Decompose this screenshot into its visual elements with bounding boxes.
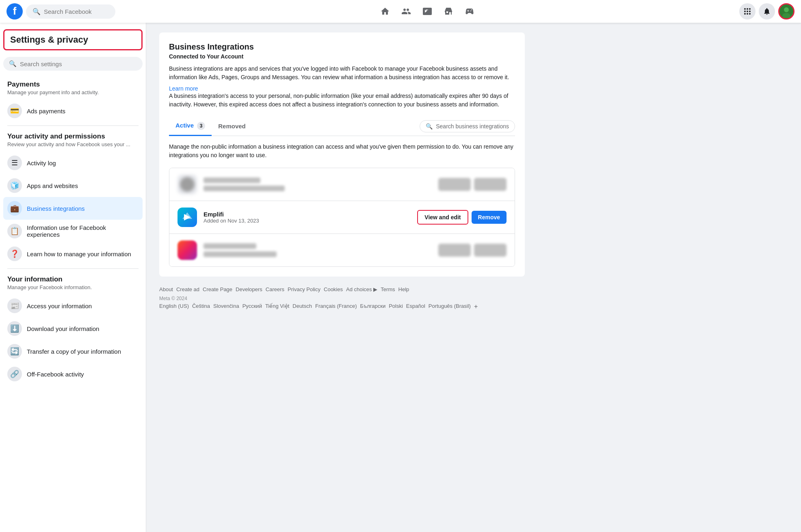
sidebar-item-info-use[interactable]: 📋 Information use for Facebook experienc…	[3, 220, 143, 242]
sidebar-search-input[interactable]	[20, 61, 137, 67]
tab-removed-label: Removed	[218, 123, 246, 130]
page-desc-2: A business integration's access to your …	[169, 92, 515, 109]
page-desc-1: Business integrations are apps and servi…	[169, 65, 515, 82]
svg-text:f: f	[13, 5, 17, 17]
tab-active[interactable]: Active 3	[169, 117, 212, 136]
svg-point-4	[749, 8, 751, 10]
sidebar-item-label: Apps and websites	[27, 182, 78, 189]
footer-create-page[interactable]: Create Page	[203, 286, 232, 292]
view-edit-button[interactable]: View and edit	[417, 210, 468, 225]
sidebar-item-access-info[interactable]: 📰 Access your information	[3, 294, 143, 317]
footer-lang-russian[interactable]: Русский	[242, 303, 262, 310]
search-bar[interactable]: 🔍	[26, 4, 115, 19]
footer-terms[interactable]: Terms	[381, 286, 395, 292]
sidebar-item-label: Transfer a copy of your information	[27, 348, 121, 355]
tab-active-badge: 3	[197, 122, 205, 130]
nav-marketplace-button[interactable]	[439, 2, 458, 21]
footer-lang-bulgarian[interactable]: Български	[360, 303, 386, 310]
topnav-right	[739, 3, 795, 19]
sidebar-search-bar[interactable]: 🔍	[3, 57, 143, 71]
blurred-info-2	[203, 243, 507, 257]
footer-lang-more[interactable]: +	[474, 303, 478, 310]
divider	[7, 268, 139, 269]
footer-lang-polish[interactable]: Polski	[389, 303, 403, 310]
sidebar-item-transfer-info[interactable]: 🔄 Transfer a copy of your information	[3, 340, 143, 363]
apps-menu-button[interactable]	[739, 3, 756, 19]
emplifi-date: Added on Nov 13, 2023	[203, 218, 411, 224]
tab-removed[interactable]: Removed	[212, 118, 252, 136]
tabs-search-icon: 🔍	[426, 123, 433, 130]
emplifi-logo	[178, 208, 197, 227]
avatar[interactable]	[778, 3, 795, 19]
nav-home-button[interactable]	[375, 2, 395, 21]
sidebar-item-activity-log[interactable]: ☰ Activity log	[3, 151, 143, 174]
activity-log-icon: ☰	[7, 156, 22, 170]
svg-point-2	[744, 8, 746, 10]
sidebar-item-label: Access your information	[27, 303, 92, 309]
page-subheading: Connected to Your Account	[169, 53, 515, 60]
blurred-action-2	[474, 178, 507, 191]
integration-logo-blurred-2	[178, 240, 197, 260]
blurred-action-4	[474, 244, 507, 257]
notifications-button[interactable]	[759, 3, 775, 19]
access-info-icon: 📰	[7, 298, 22, 313]
tabs-search[interactable]: 🔍 Search business integrations	[420, 120, 515, 132]
transfer-info-icon: 🔄	[7, 344, 22, 359]
info-use-icon: 📋	[7, 224, 22, 238]
tabs-row: Active 3 Removed 🔍 Search business integ…	[169, 117, 515, 136]
svg-point-12	[784, 7, 789, 12]
sidebar-item-learn-manage[interactable]: ❓ Learn how to manage your information	[3, 242, 143, 265]
blurred-date-2	[203, 251, 277, 257]
footer-privacy[interactable]: Privacy Policy	[288, 286, 320, 292]
svg-point-3	[747, 8, 748, 10]
footer-create-ad[interactable]: Create ad	[176, 286, 199, 292]
integration-row-blurred-2	[169, 234, 515, 266]
sidebar-item-label: Download your information	[27, 325, 99, 332]
footer-lang-current[interactable]: English (US)	[159, 303, 189, 310]
emplifi-actions: View and edit Remove	[417, 210, 507, 225]
footer-lang-spanish[interactable]: Español	[406, 303, 425, 310]
svg-point-9	[747, 13, 748, 15]
sidebar-item-label: Off-Facebook activity	[27, 371, 84, 378]
footer-help[interactable]: Help	[398, 286, 409, 292]
page-layout: Settings & privacy 🔍 Payments Manage you…	[0, 23, 801, 532]
blurred-name-2	[203, 243, 256, 249]
topnav: f 🔍	[0, 0, 801, 23]
footer-careers[interactable]: Careers	[266, 286, 284, 292]
search-input[interactable]	[44, 8, 109, 15]
search-icon: 🔍	[32, 8, 41, 15]
sidebar-item-apps-websites[interactable]: 🧊 Apps and websites	[3, 174, 143, 197]
sidebar-item-ads-payments[interactable]: 💳 Ads payments	[3, 99, 143, 122]
remove-button[interactable]: Remove	[472, 211, 507, 224]
footer-lang-slovencina[interactable]: Slovenčina	[213, 303, 239, 310]
svg-point-14	[180, 177, 195, 192]
section-your-info-title: Your information	[3, 272, 143, 284]
sidebar-title: Settings & privacy	[10, 35, 136, 45]
sidebar-item-label: Business integrations	[27, 205, 85, 212]
sidebar-item-off-facebook[interactable]: 🔗 Off-Facebook activity	[3, 363, 143, 385]
blurred-info	[203, 177, 507, 191]
tab-active-label: Active	[175, 122, 194, 129]
sidebar-item-business-integrations[interactable]: 💼 Business integrations	[3, 197, 143, 220]
footer-cookies[interactable]: Cookies	[324, 286, 343, 292]
footer-lang-cestina[interactable]: Čeština	[192, 303, 210, 310]
learn-more-link[interactable]: Learn more	[169, 85, 198, 92]
footer-lang-portuguese[interactable]: Português (Brasil)	[429, 303, 471, 310]
footer-lang-french[interactable]: Français (France)	[315, 303, 357, 310]
section-your-info-sub: Manage your Facebook information.	[3, 284, 143, 294]
svg-point-15	[180, 243, 195, 257]
footer-about[interactable]: About	[159, 286, 173, 292]
nav-watch-button[interactable]	[418, 2, 437, 21]
footer-lang-deutsch[interactable]: Deutsch	[292, 303, 312, 310]
footer-developers[interactable]: Developers	[236, 286, 262, 292]
footer-lang-viet[interactable]: Tiếng Việt	[265, 303, 289, 310]
nav-gaming-button[interactable]	[460, 2, 479, 21]
sidebar-item-download-info[interactable]: ⬇️ Download your information	[3, 317, 143, 340]
nav-friends-button[interactable]	[396, 2, 416, 21]
svg-point-6	[747, 11, 748, 12]
footer-ad-choices[interactable]: Ad choices ▶	[346, 286, 377, 292]
sidebar-title-box: Settings & privacy	[3, 29, 143, 50]
blurred-action-1	[438, 178, 471, 191]
divider	[7, 125, 139, 126]
facebook-logo[interactable]: f	[6, 3, 23, 19]
